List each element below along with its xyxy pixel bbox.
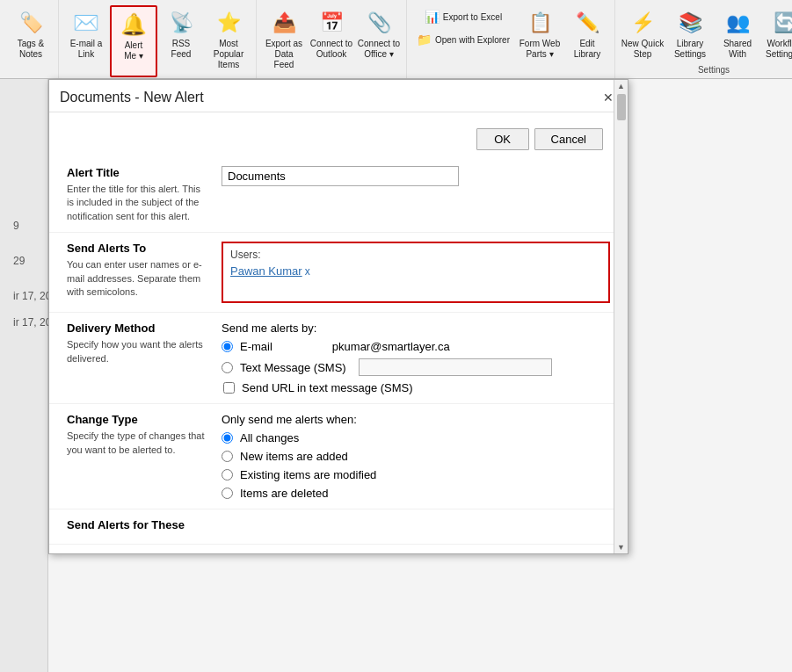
email-radio[interactable] (222, 341, 233, 352)
new-quick-step-btn[interactable]: ⚡ New QuickStep (619, 5, 666, 74)
tags-icon: 🏷️ (17, 9, 45, 37)
cancel-button[interactable]: Cancel (534, 128, 603, 150)
send-alerts-these-heading: Send Alerts for These (67, 518, 207, 531)
export-data-icon: 📤 (270, 9, 298, 37)
email-option-row: E-mail pkumar@smartlayer.ca (222, 340, 610, 353)
bg-number-4: ir 17, 20 (13, 316, 51, 329)
users-label: Users: (230, 249, 601, 261)
rss-feed-btn[interactable]: 📡 RSSFeed (157, 5, 205, 74)
shared-with-btn[interactable]: 👥 SharedWith (714, 5, 761, 74)
workflow-settings-btn[interactable]: 🔄 WorkflowSettings ▾ (761, 5, 792, 74)
ribbon-group-connect: 📤 Export as DataFeed 📅 Connect toOutlook… (257, 0, 407, 78)
rss-icon: 📡 (167, 9, 195, 37)
email-address: pkumar@smartlayer.ca (332, 340, 450, 353)
connect-outlook-btn[interactable]: 📅 Connect toOutlook (308, 5, 355, 74)
form-web-parts-btn[interactable]: 📋 Form WebParts ▾ (516, 5, 563, 74)
shared-icon: 👥 (723, 9, 752, 37)
sms-option-row: Text Message (SMS) (222, 358, 610, 376)
connect-office-btn[interactable]: 📎 Connect toOffice ▾ (355, 5, 403, 74)
ribbon-group-manage: ✉️ E-mail aLink 🔔 AlertMe ▾ 📡 RSSFeed ⭐ … (59, 0, 257, 78)
url-sms-checkbox[interactable] (223, 382, 235, 394)
change-type-content: Only send me alerts when: All changes Ne… (207, 413, 610, 500)
bg-number-2: 29 (13, 255, 25, 267)
scroll-thumb (617, 94, 626, 120)
new-items-row: New items are added (222, 450, 610, 463)
users-box[interactable]: Users: Pawan Kumar x (222, 242, 610, 303)
shared-with-label: SharedWith (723, 39, 752, 60)
open-explorer-btn[interactable]: 📁 Open with Explorer (411, 28, 516, 51)
export-excel-btn[interactable]: 📊 Export to Excel (411, 5, 516, 28)
left-nav (0, 79, 48, 672)
library-settings-btn[interactable]: 📚 LibrarySettings (666, 5, 714, 74)
send-alerts-heading: Send Alerts To (67, 242, 207, 255)
all-changes-radio[interactable] (222, 432, 233, 444)
delivery-method-section: Delivery Method Specify how you want the… (49, 313, 628, 404)
workflow-settings-label: WorkflowSettings ▾ (766, 39, 792, 60)
form-label: Form WebParts ▾ (520, 39, 561, 60)
delivery-radio-group: E-mail pkumar@smartlayer.ca Text Message… (222, 340, 610, 394)
send-by-label: Send me alerts by: (222, 322, 610, 335)
action-row: OK Cancel (49, 121, 628, 157)
alert-title-section: Alert Title Enter the title for this ale… (49, 157, 628, 233)
scroll-down-btn[interactable]: ▼ (617, 543, 625, 552)
alert-me-btn[interactable]: 🔔 AlertMe ▾ (110, 5, 157, 77)
change-type-label-block: Change Type Specify the type of changes … (67, 413, 207, 500)
only-label: Only send me alerts when: (222, 413, 610, 426)
delivery-content: Send me alerts by: E-mail pkumar@smartla… (207, 322, 610, 394)
open-explorer-label: Open with Explorer (435, 35, 510, 45)
most-popular-label: Most PopularItems (207, 39, 251, 70)
sms-radio-label: Text Message (SMS) (240, 361, 346, 374)
ok-button[interactable]: OK (476, 128, 529, 150)
edit-icon: ✏️ (573, 9, 601, 37)
send-alerts-label-block: Send Alerts To You can enter user names … (67, 242, 207, 303)
url-sms-label: Send URL in text message (SMS) (242, 381, 413, 394)
change-type-section: Change Type Specify the type of changes … (49, 404, 628, 509)
alert-title-content (207, 166, 610, 223)
user-remove-btn[interactable]: x (305, 265, 310, 278)
send-alerts-these-label-block: Send Alerts for These (67, 518, 207, 535)
explorer-icon: 📁 (417, 33, 432, 47)
new-items-radio[interactable] (222, 451, 233, 462)
modal-titlebar: Documents - New Alert ✕ (49, 80, 628, 112)
email-link-btn[interactable]: ✉️ E-mail aLink (62, 5, 110, 74)
change-type-radio-group: All changes New items are added Existing… (222, 431, 610, 500)
modal-title: Documents - New Alert (60, 90, 204, 105)
delivery-label-block: Delivery Method Specify how you want the… (67, 322, 207, 394)
items-deleted-label: Items are deleted (240, 487, 328, 500)
popular-icon: ⭐ (214, 9, 243, 37)
items-deleted-row: Items are deleted (222, 487, 610, 500)
most-popular-btn[interactable]: ⭐ Most PopularItems (205, 5, 252, 84)
existing-modified-row: Existing items are modified (222, 468, 610, 481)
items-deleted-radio[interactable] (222, 488, 233, 499)
alert-title-label-block: Alert Title Enter the title for this ale… (67, 166, 207, 223)
sms-input[interactable] (359, 358, 552, 376)
alert-title-heading: Alert Title (67, 166, 207, 179)
existing-modified-label: Existing items are modified (240, 468, 376, 481)
quick-step-icon: ⚡ (629, 9, 657, 37)
send-alerts-content: Users: Pawan Kumar x (207, 242, 610, 303)
alert-title-input[interactable] (222, 166, 459, 186)
delivery-heading: Delivery Method (67, 322, 207, 335)
connect-outlook-label: Connect toOutlook (310, 39, 352, 60)
alert-title-description: Enter the title for this alert. This is … (67, 183, 207, 223)
bg-number-3: ir 17, 20 (13, 290, 51, 302)
office-icon: 📎 (365, 9, 393, 37)
library-icon: 📚 (676, 9, 704, 37)
export-data-label: Export as DataFeed (262, 39, 306, 70)
user-name[interactable]: Pawan Kumar (230, 264, 302, 278)
email-link-label: E-mail aLink (70, 39, 103, 60)
excel-icon: 📊 (425, 10, 440, 24)
change-type-heading: Change Type (67, 413, 207, 426)
tags-notes-label: Tags & Notes (9, 39, 53, 60)
modal-scrollbar[interactable]: ▲ ▼ (614, 80, 628, 553)
edit-library-btn[interactable]: ✏️ EditLibrary (563, 5, 611, 74)
existing-modified-radio[interactable] (222, 469, 233, 481)
export-data-btn[interactable]: 📤 Export as DataFeed (260, 5, 308, 84)
email-radio-label: E-mail (240, 340, 272, 353)
send-alerts-to-section: Send Alerts To You can enter user names … (49, 233, 628, 313)
scroll-up-btn[interactable]: ▲ (617, 82, 625, 90)
new-quick-step-label: New QuickStep (621, 39, 664, 60)
modal-body: OK Cancel Alert Title Enter the title fo… (49, 112, 628, 553)
sms-radio[interactable] (222, 362, 233, 373)
tags-notes-btn[interactable]: 🏷️ Tags & Notes (7, 5, 54, 74)
